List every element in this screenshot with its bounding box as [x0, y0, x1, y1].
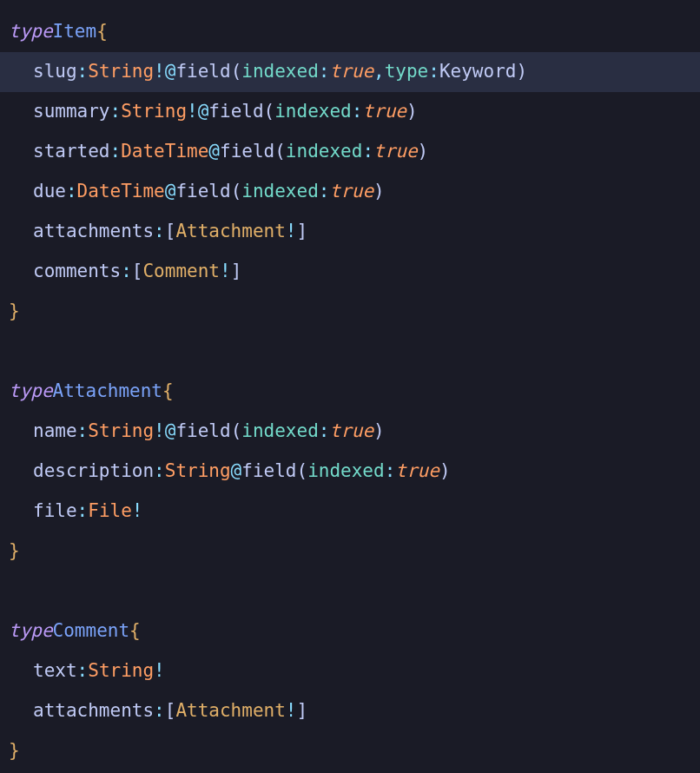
arg-key: type	[385, 58, 429, 86]
blank-line	[0, 332, 700, 372]
directive-name: field	[175, 418, 230, 446]
arg-value: true	[329, 178, 373, 206]
type-name-comment: Comment	[53, 618, 130, 645]
code-line: started: DateTime @field(indexed: true)	[0, 132, 700, 172]
directive-name: field	[241, 458, 296, 486]
code-line: text: String!	[0, 651, 700, 691]
field-name: name	[33, 418, 77, 446]
type-ref: Attachment	[175, 218, 285, 246]
field-name: file	[33, 498, 77, 525]
keyword-type: type	[9, 18, 53, 46]
code-line: due: DateTime @field(indexed: true)	[0, 172, 700, 212]
type-ref: Comment	[142, 258, 220, 286]
brace-open: {	[162, 378, 174, 406]
directive-name: field	[175, 178, 230, 206]
brace-close: }	[9, 298, 20, 326]
brace-open: {	[96, 18, 108, 46]
arg-key: indexed	[241, 58, 319, 86]
field-name: text	[33, 657, 77, 685]
code-line: file: File!	[0, 492, 700, 532]
code-line: }	[0, 532, 700, 571]
code-line: type Comment {	[0, 611, 700, 651]
arg-key: indexed	[307, 458, 385, 486]
type-name-item: Item	[53, 18, 97, 46]
arg-value: true	[329, 418, 373, 446]
keyword-type: type	[9, 378, 53, 406]
field-type: String	[88, 58, 154, 86]
field-type: DateTime	[77, 178, 165, 206]
arg-value: true	[362, 98, 406, 126]
code-line: summary: String! @field(indexed: true)	[0, 92, 700, 132]
code-editor[interactable]: type Item { slug: String! @field(indexed…	[0, 12, 700, 771]
blank-line	[0, 571, 700, 611]
field-name: started	[33, 138, 110, 166]
field-type: DateTime	[121, 138, 208, 166]
field-name: summary	[33, 98, 110, 126]
brace-close: }	[9, 737, 20, 765]
field-name: attachments	[33, 218, 154, 246]
type-name-attachment: Attachment	[53, 378, 162, 406]
field-name: due	[33, 178, 66, 206]
field-type: String	[88, 418, 154, 446]
brace-close: }	[9, 538, 20, 565]
code-line: attachments: [Attachment!]	[0, 212, 700, 252]
directive-name: field	[220, 138, 274, 166]
field-name: slug	[33, 58, 77, 86]
code-line: type Attachment {	[0, 372, 700, 412]
arg-key: indexed	[274, 98, 352, 126]
field-type: File	[88, 498, 132, 525]
arg-value: true	[373, 138, 418, 166]
code-line-highlighted: slug: String! @field(indexed: true, type…	[0, 52, 700, 92]
code-line: type Item {	[0, 12, 700, 52]
directive-name: field	[208, 98, 263, 126]
arg-value: Keyword	[439, 58, 517, 86]
directive-name: field	[175, 58, 230, 86]
field-name: comments	[33, 258, 121, 286]
code-line: attachments: [Attachment!]	[0, 691, 700, 731]
code-line: }	[0, 292, 700, 332]
arg-key: indexed	[241, 178, 319, 206]
arg-key: indexed	[241, 418, 319, 446]
type-ref: Attachment	[175, 697, 285, 725]
code-line: name: String! @field(indexed: true)	[0, 412, 700, 452]
code-line: comments: [Comment!]	[0, 252, 700, 292]
field-name: attachments	[33, 697, 154, 725]
field-type: String	[88, 657, 154, 685]
brace-open: {	[129, 618, 141, 645]
keyword-type: type	[9, 618, 53, 645]
field-name: description	[33, 458, 154, 486]
code-line: }	[0, 731, 700, 771]
arg-value: true	[395, 458, 439, 486]
field-type: String	[121, 98, 187, 126]
field-type: String	[165, 458, 231, 486]
code-line: description: String @field(indexed: true…	[0, 452, 700, 492]
arg-value: true	[329, 58, 373, 86]
arg-key: indexed	[286, 138, 363, 166]
